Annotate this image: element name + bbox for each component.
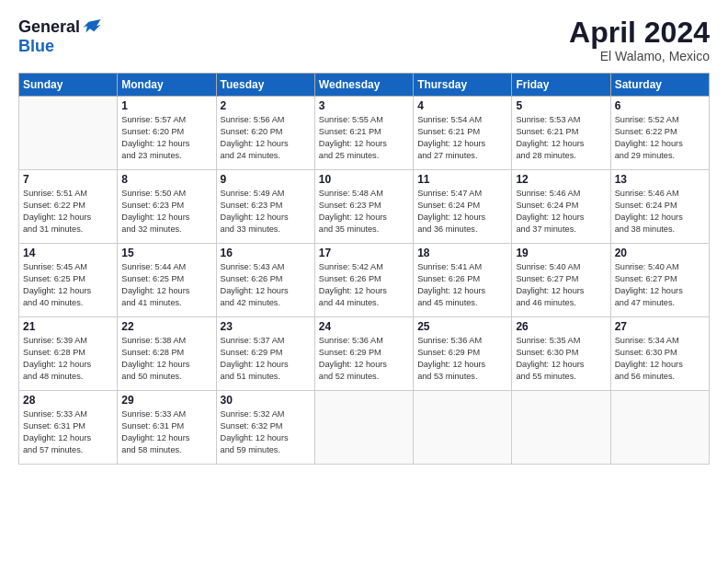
- day-number: 18: [417, 247, 507, 259]
- day-info: Sunrise: 5:53 AMSunset: 6:21 PMDaylight:…: [516, 114, 606, 162]
- calendar-cell: 28Sunrise: 5:33 AMSunset: 6:31 PMDayligh…: [19, 391, 118, 465]
- day-number: 28: [23, 394, 113, 407]
- day-info: Sunrise: 5:35 AMSunset: 6:30 PMDaylight:…: [516, 335, 606, 383]
- header-cell-tuesday: Tuesday: [216, 74, 314, 97]
- day-number: 17: [319, 247, 409, 259]
- day-number: 14: [23, 247, 113, 259]
- day-info: Sunrise: 5:34 AMSunset: 6:30 PMDaylight:…: [615, 335, 705, 383]
- svg-marker-0: [84, 19, 101, 33]
- day-info: Sunrise: 5:41 AMSunset: 6:26 PMDaylight:…: [417, 261, 507, 309]
- calendar-cell: 8Sunrise: 5:50 AMSunset: 6:23 PMDaylight…: [118, 170, 216, 244]
- logo-bird-icon: [82, 17, 102, 37]
- calendar-cell: 26Sunrise: 5:35 AMSunset: 6:30 PMDayligh…: [512, 317, 610, 391]
- calendar-cell: 9Sunrise: 5:49 AMSunset: 6:23 PMDaylight…: [216, 170, 314, 244]
- calendar-cell: 14Sunrise: 5:45 AMSunset: 6:25 PMDayligh…: [19, 244, 118, 317]
- day-number: 24: [319, 320, 409, 333]
- calendar-week-row: 28Sunrise: 5:33 AMSunset: 6:31 PMDayligh…: [19, 391, 710, 465]
- day-number: 5: [516, 99, 606, 112]
- day-number: 13: [615, 173, 705, 186]
- calendar-cell: [414, 391, 512, 465]
- day-info: Sunrise: 5:46 AMSunset: 6:24 PMDaylight:…: [615, 188, 705, 236]
- day-info: Sunrise: 5:37 AMSunset: 6:29 PMDaylight:…: [221, 335, 311, 383]
- day-info: Sunrise: 5:38 AMSunset: 6:28 PMDaylight:…: [121, 335, 211, 383]
- day-number: 19: [516, 247, 606, 259]
- calendar-cell: 2Sunrise: 5:56 AMSunset: 6:20 PMDaylight…: [216, 97, 314, 170]
- day-info: Sunrise: 5:40 AMSunset: 6:27 PMDaylight:…: [516, 261, 606, 309]
- calendar-cell: 20Sunrise: 5:40 AMSunset: 6:27 PMDayligh…: [610, 244, 709, 317]
- calendar-header-row: SundayMondayTuesdayWednesdayThursdayFrid…: [19, 74, 710, 97]
- day-number: 29: [121, 394, 211, 407]
- calendar-cell: 29Sunrise: 5:33 AMSunset: 6:31 PMDayligh…: [118, 391, 216, 465]
- day-number: 26: [516, 320, 606, 333]
- day-info: Sunrise: 5:50 AMSunset: 6:23 PMDaylight:…: [121, 188, 211, 236]
- day-number: 22: [121, 320, 211, 333]
- day-number: 8: [121, 173, 211, 186]
- calendar-cell: 30Sunrise: 5:32 AMSunset: 6:32 PMDayligh…: [216, 391, 314, 465]
- header-cell-thursday: Thursday: [414, 74, 512, 97]
- day-number: 15: [121, 247, 211, 259]
- header-cell-saturday: Saturday: [610, 74, 709, 97]
- page: General Blue April 2024 El Walamo, Mexic…: [0, 0, 728, 563]
- day-info: Sunrise: 5:39 AMSunset: 6:28 PMDaylight:…: [23, 335, 113, 383]
- day-info: Sunrise: 5:42 AMSunset: 6:26 PMDaylight:…: [319, 261, 409, 309]
- day-number: 20: [615, 247, 705, 259]
- day-number: 3: [319, 99, 409, 112]
- calendar-cell: 11Sunrise: 5:47 AMSunset: 6:24 PMDayligh…: [414, 170, 512, 244]
- calendar-cell: 23Sunrise: 5:37 AMSunset: 6:29 PMDayligh…: [216, 317, 314, 391]
- header-cell-friday: Friday: [512, 74, 610, 97]
- calendar-cell: 18Sunrise: 5:41 AMSunset: 6:26 PMDayligh…: [414, 244, 512, 317]
- calendar-cell: 27Sunrise: 5:34 AMSunset: 6:30 PMDayligh…: [610, 317, 709, 391]
- calendar-cell: [314, 391, 413, 465]
- day-info: Sunrise: 5:52 AMSunset: 6:22 PMDaylight:…: [615, 114, 705, 162]
- day-number: 10: [319, 173, 409, 186]
- calendar-cell: 1Sunrise: 5:57 AMSunset: 6:20 PMDaylight…: [118, 97, 216, 170]
- header-cell-monday: Monday: [118, 74, 216, 97]
- day-info: Sunrise: 5:47 AMSunset: 6:24 PMDaylight:…: [417, 188, 507, 236]
- calendar-cell: 25Sunrise: 5:36 AMSunset: 6:29 PMDayligh…: [414, 317, 512, 391]
- day-info: Sunrise: 5:43 AMSunset: 6:26 PMDaylight:…: [221, 261, 311, 309]
- calendar-cell: 10Sunrise: 5:48 AMSunset: 6:23 PMDayligh…: [314, 170, 413, 244]
- day-info: Sunrise: 5:46 AMSunset: 6:24 PMDaylight:…: [516, 188, 606, 236]
- day-number: 1: [121, 99, 211, 112]
- calendar-cell: [610, 391, 709, 465]
- calendar-cell: 17Sunrise: 5:42 AMSunset: 6:26 PMDayligh…: [314, 244, 413, 317]
- calendar-cell: [19, 97, 118, 170]
- logo: General Blue: [18, 17, 102, 56]
- calendar-week-row: 14Sunrise: 5:45 AMSunset: 6:25 PMDayligh…: [19, 244, 710, 317]
- day-number: 21: [23, 320, 113, 333]
- calendar-table: SundayMondayTuesdayWednesdayThursdayFrid…: [18, 73, 710, 465]
- day-number: 4: [417, 99, 507, 112]
- header-cell-sunday: Sunday: [19, 74, 118, 97]
- day-number: 2: [221, 99, 311, 112]
- header-cell-wednesday: Wednesday: [314, 74, 413, 97]
- calendar-cell: 6Sunrise: 5:52 AMSunset: 6:22 PMDaylight…: [610, 97, 709, 170]
- calendar-cell: 5Sunrise: 5:53 AMSunset: 6:21 PMDaylight…: [512, 97, 610, 170]
- calendar-cell: 24Sunrise: 5:36 AMSunset: 6:29 PMDayligh…: [314, 317, 413, 391]
- day-info: Sunrise: 5:32 AMSunset: 6:32 PMDaylight:…: [221, 408, 311, 456]
- calendar-cell: 15Sunrise: 5:44 AMSunset: 6:25 PMDayligh…: [118, 244, 216, 317]
- logo-blue-text: Blue: [18, 37, 54, 56]
- day-info: Sunrise: 5:55 AMSunset: 6:21 PMDaylight:…: [319, 114, 409, 162]
- day-info: Sunrise: 5:56 AMSunset: 6:20 PMDaylight:…: [221, 114, 311, 162]
- calendar-cell: 22Sunrise: 5:38 AMSunset: 6:28 PMDayligh…: [118, 317, 216, 391]
- logo-general-text: General: [18, 17, 80, 37]
- day-number: 12: [516, 173, 606, 186]
- calendar-cell: 4Sunrise: 5:54 AMSunset: 6:21 PMDaylight…: [414, 97, 512, 170]
- day-number: 11: [417, 173, 507, 186]
- calendar-cell: 13Sunrise: 5:46 AMSunset: 6:24 PMDayligh…: [610, 170, 709, 244]
- day-number: 25: [417, 320, 507, 333]
- day-number: 27: [615, 320, 705, 333]
- header: General Blue April 2024 El Walamo, Mexic…: [18, 17, 710, 63]
- calendar-cell: 7Sunrise: 5:51 AMSunset: 6:22 PMDaylight…: [19, 170, 118, 244]
- day-info: Sunrise: 5:33 AMSunset: 6:31 PMDaylight:…: [121, 408, 211, 456]
- calendar-cell: 19Sunrise: 5:40 AMSunset: 6:27 PMDayligh…: [512, 244, 610, 317]
- calendar-title: April 2024: [569, 17, 710, 49]
- day-info: Sunrise: 5:36 AMSunset: 6:29 PMDaylight:…: [417, 335, 507, 383]
- calendar-week-row: 7Sunrise: 5:51 AMSunset: 6:22 PMDaylight…: [19, 170, 710, 244]
- day-info: Sunrise: 5:44 AMSunset: 6:25 PMDaylight:…: [121, 261, 211, 309]
- calendar-cell: 21Sunrise: 5:39 AMSunset: 6:28 PMDayligh…: [19, 317, 118, 391]
- day-info: Sunrise: 5:57 AMSunset: 6:20 PMDaylight:…: [121, 114, 211, 162]
- calendar-week-row: 1Sunrise: 5:57 AMSunset: 6:20 PMDaylight…: [19, 97, 710, 170]
- day-number: 6: [615, 99, 705, 112]
- day-info: Sunrise: 5:51 AMSunset: 6:22 PMDaylight:…: [23, 188, 113, 236]
